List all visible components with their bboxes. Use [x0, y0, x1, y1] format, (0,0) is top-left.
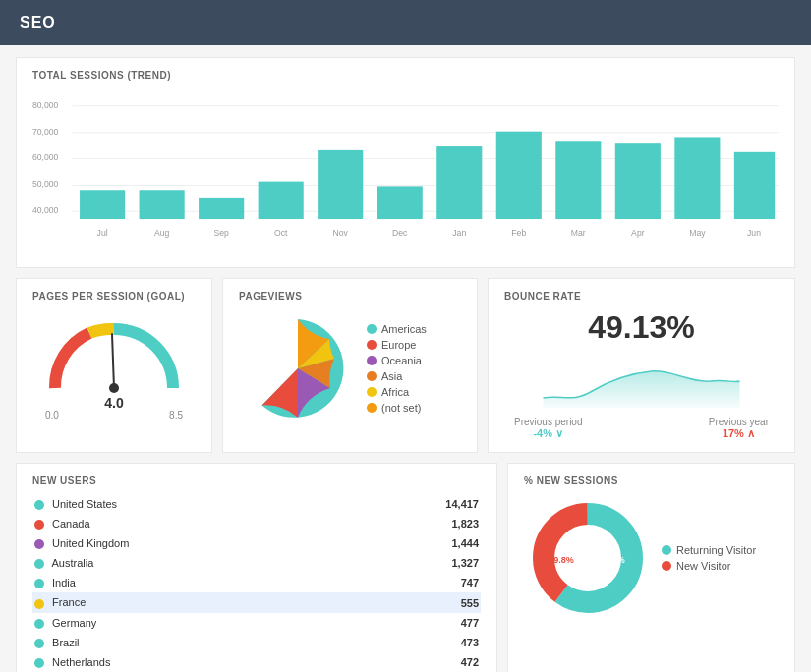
page-title: SEO — [20, 14, 56, 30]
country-name: United Kingdom — [52, 537, 129, 549]
svg-rect-28 — [615, 143, 661, 219]
svg-text:39.8%: 39.8% — [549, 555, 574, 565]
country-name: United States — [52, 498, 117, 510]
country-cell: Netherlands — [32, 652, 359, 672]
gauge-min: 0.0 — [45, 410, 59, 420]
prev-period-arrow: ∨ — [555, 427, 563, 439]
prev-year-value: 17% — [723, 427, 744, 439]
pageviews-pie — [239, 309, 357, 427]
prev-period-delta: -4% ∨ — [514, 427, 582, 440]
new-sessions-section: % NEW SESSIONS 39.8% 60.2% — [507, 463, 795, 672]
prev-year-label: Previous year — [709, 417, 769, 427]
country-cell: France — [32, 592, 359, 612]
country-cell: United States — [32, 494, 359, 514]
svg-text:80,000: 80,000 — [32, 100, 59, 110]
donut-container: 39.8% 60.2% — [524, 494, 652, 625]
europe-dot — [367, 340, 377, 350]
country-cell: Canada — [32, 514, 359, 533]
trend-svg: 80,000 70,000 60,000 50,000 40,000 Jul A… — [32, 88, 779, 255]
table-row: Netherlands 472 — [32, 652, 481, 672]
user-count: 1,444 — [359, 533, 481, 553]
returning-dot — [662, 545, 671, 555]
country-dot — [34, 579, 44, 588]
prev-year-delta: 17% ∧ — [709, 427, 769, 440]
svg-line-34 — [112, 334, 114, 388]
gauge-svg: 4.0 — [35, 309, 193, 408]
country-name: Australia — [51, 557, 93, 569]
svg-point-35 — [109, 383, 119, 393]
country-cell: Australia — [32, 553, 359, 573]
new-users-title: NEW USERS — [32, 476, 481, 486]
country-name: Netherlands — [52, 656, 110, 668]
svg-rect-12 — [140, 190, 185, 219]
legend-europe: Europe — [367, 339, 461, 351]
country-dot — [34, 500, 44, 510]
svg-text:60.2%: 60.2% — [600, 555, 625, 565]
trend-chart: 80,000 70,000 60,000 50,000 40,000 Jul A… — [32, 88, 779, 255]
country-dot — [34, 539, 44, 549]
new-sessions-title: % NEW SESSIONS — [524, 476, 779, 486]
user-count: 747 — [359, 573, 481, 592]
gauge-range: 0.0 8.5 — [45, 410, 183, 420]
svg-rect-18 — [318, 150, 363, 219]
country-dot — [34, 520, 44, 530]
trend-section: TOTAL SESSIONS (TREND) 80,000 70,000 60,… — [16, 57, 795, 268]
europe-label: Europe — [381, 339, 416, 351]
new-users-section: NEW USERS United States 14,417 Canada 1,… — [16, 463, 497, 672]
bounce-chart — [504, 354, 779, 413]
svg-text:Jan: Jan — [452, 228, 466, 238]
sessions-legend: Returning Visitor New Visitor — [662, 544, 779, 576]
svg-text:May: May — [689, 228, 706, 238]
svg-text:Jun: Jun — [747, 228, 761, 238]
table-row: United Kingdom 1,444 — [32, 533, 481, 553]
prev-period-value: -4% — [533, 427, 552, 439]
country-dot — [34, 639, 44, 648]
legend-americas: Americas — [367, 323, 461, 335]
notset-label: (not set) — [381, 402, 421, 414]
user-count: 1,823 — [359, 514, 481, 533]
gauge-container: 4.0 0.0 8.5 — [32, 309, 196, 420]
country-dot — [34, 599, 44, 609]
user-count: 14,417 — [359, 494, 481, 514]
new-visitor-dot — [662, 561, 671, 571]
pageviews-content: Americas Europe Oceania Asia — [239, 309, 461, 430]
svg-text:Apr: Apr — [631, 228, 645, 238]
svg-text:Nov: Nov — [333, 228, 349, 238]
notset-dot — [367, 403, 377, 413]
svg-text:4.0: 4.0 — [104, 395, 124, 408]
prev-period-label: Previous period — [514, 417, 582, 427]
svg-text:Aug: Aug — [154, 228, 170, 238]
pageviews-legend: Americas Europe Oceania Asia — [367, 323, 461, 418]
returning-visitor-legend: Returning Visitor — [662, 544, 779, 556]
svg-rect-20 — [377, 186, 423, 219]
table-row: United States 14,417 — [32, 494, 481, 514]
pie-container — [239, 309, 357, 430]
svg-text:Sep: Sep — [213, 228, 229, 238]
svg-text:Jul: Jul — [97, 228, 108, 238]
page-header: SEO — [0, 0, 811, 45]
pageviews-title: PAGEVIEWS — [239, 291, 461, 302]
svg-rect-10 — [80, 190, 125, 219]
table-row: Germany 477 — [32, 613, 481, 633]
new-sessions-content: 39.8% 60.2% Returning Visitor New Visito… — [524, 494, 779, 625]
oceania-dot — [367, 356, 377, 365]
svg-rect-14 — [199, 198, 244, 219]
svg-rect-26 — [555, 141, 601, 219]
table-row: Canada 1,823 — [32, 514, 481, 533]
user-count: 477 — [359, 613, 481, 633]
legend-oceania: Oceania — [367, 355, 461, 366]
previous-year: Previous year 17% ∧ — [709, 417, 769, 440]
country-name: France — [52, 596, 86, 608]
middle-row: PAGES PER SESSION (GOAL) 4.0 — [16, 278, 795, 453]
country-cell: India — [32, 573, 359, 592]
pages-per-session-section: PAGES PER SESSION (GOAL) 4.0 — [16, 278, 212, 453]
bottom-row: NEW USERS United States 14,417 Canada 1,… — [16, 463, 795, 672]
pageviews-section: PAGEVIEWS — [222, 278, 478, 453]
legend-africa: Africa — [367, 386, 461, 398]
africa-label: Africa — [381, 386, 409, 398]
table-row: India 747 — [32, 573, 481, 592]
svg-text:50,000: 50,000 — [32, 179, 59, 189]
country-dot — [34, 559, 44, 569]
country-dot — [34, 619, 44, 629]
asia-label: Asia — [381, 370, 402, 382]
